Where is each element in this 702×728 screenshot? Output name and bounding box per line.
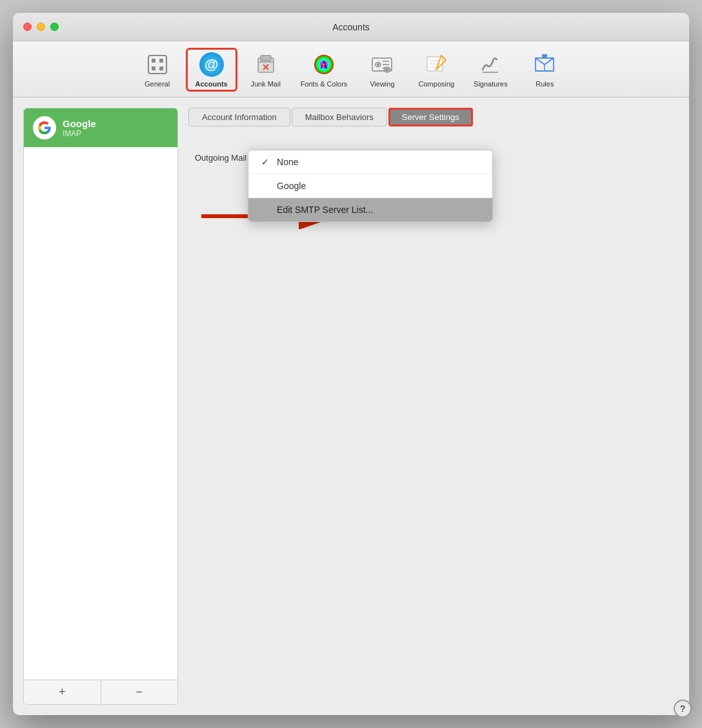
account-type: IMAP: [63, 129, 96, 138]
account-name: Google: [63, 118, 96, 129]
window-title: Accounts: [332, 22, 370, 32]
signatures-label: Signatures: [474, 80, 508, 88]
svg-text:A: A: [320, 59, 328, 70]
tab-server-settings[interactable]: Server Settings: [388, 108, 473, 126]
main-window: Accounts General @ Accounts: [13, 13, 689, 715]
close-button[interactable]: [23, 23, 32, 31]
svg-rect-4: [159, 66, 163, 70]
dropdown-item-none[interactable]: ✓ None: [248, 150, 492, 174]
toolbar-item-composing[interactable]: Composing: [410, 48, 462, 92]
general-icon: [145, 52, 170, 77]
dropdown-option-google: Google: [277, 181, 306, 191]
fontscolors-icon: A: [311, 52, 337, 77]
accounts-sidebar: Google IMAP + −: [23, 108, 178, 705]
add-account-button[interactable]: +: [24, 680, 101, 704]
outgoing-mail-dropdown: None ▼ ✓ None Google: [286, 150, 364, 166]
toolbar-item-junkmail[interactable]: Junk Mail: [240, 48, 292, 92]
toolbar-item-fontscolors[interactable]: A Fonts & Colors: [294, 48, 354, 92]
maximize-button[interactable]: [50, 23, 59, 31]
svg-rect-3: [159, 59, 163, 63]
junkmail-icon: [253, 52, 279, 77]
toolbar-item-rules[interactable]: Rules: [519, 48, 570, 92]
toolbar-item-viewing[interactable]: Viewing: [356, 48, 408, 92]
svg-rect-0: [148, 56, 166, 74]
svg-rect-2: [152, 66, 155, 70]
checkmark-icon: ✓: [261, 157, 272, 167]
toolbar-item-general[interactable]: General: [132, 48, 183, 92]
fontscolors-label: Fonts & Colors: [301, 80, 348, 88]
dropdown-item-google[interactable]: Google: [248, 174, 492, 198]
accounts-icon: @: [199, 52, 225, 77]
dropdown-option-none: None: [277, 157, 298, 167]
dropdown-option-edit-smtp: Edit SMTP Server List...: [277, 205, 373, 215]
toolbar-item-signatures[interactable]: Signatures: [465, 48, 516, 92]
composing-label: Composing: [419, 80, 455, 88]
remove-account-button[interactable]: −: [101, 680, 178, 704]
rules-icon: [532, 52, 557, 77]
accounts-label: Accounts: [196, 80, 228, 88]
svg-point-19: [386, 68, 388, 71]
outgoing-mail-row: Outgoing Mail Account None ▼ ✓ None: [195, 150, 672, 166]
tab-account-information[interactable]: Account Information: [188, 108, 290, 126]
viewing-icon: [369, 52, 395, 77]
at-icon: @: [199, 52, 224, 77]
viewing-label: Viewing: [370, 80, 394, 88]
minimize-button[interactable]: [37, 23, 45, 31]
junkmail-label: Junk Mail: [250, 80, 280, 88]
svg-point-14: [377, 63, 379, 66]
right-panel: Account Information Mailbox Behaviors Se…: [188, 108, 679, 705]
google-account-item[interactable]: Google IMAP: [24, 108, 177, 147]
sidebar-footer: + −: [24, 680, 177, 704]
toolbar-item-accounts[interactable]: @ Accounts: [186, 48, 237, 92]
composing-icon: [423, 52, 449, 77]
dropdown-menu: ✓ None Google Edit SMTP Server List...: [248, 150, 493, 222]
svg-rect-1: [152, 59, 155, 63]
title-bar: Accounts: [13, 13, 689, 41]
content-area: Outgoing Mail Account None ▼ ✓ None: [188, 137, 679, 705]
dropdown-item-edit-smtp[interactable]: Edit SMTP Server List...: [248, 198, 492, 221]
google-g-logo: [33, 116, 56, 139]
main-content: Google IMAP + − Account Information Mail…: [13, 97, 689, 715]
account-info: Google IMAP: [63, 118, 96, 138]
svg-rect-6: [261, 56, 271, 61]
traffic-lights: [23, 23, 59, 31]
rules-label: Rules: [536, 80, 554, 88]
signatures-icon: [477, 52, 503, 77]
help-button[interactable]: ?: [674, 700, 689, 715]
tab-mailbox-behaviors[interactable]: Mailbox Behaviors: [292, 108, 387, 126]
general-label: General: [145, 80, 170, 88]
sidebar-body: [24, 147, 177, 680]
tabs-bar: Account Information Mailbox Behaviors Se…: [188, 108, 679, 126]
toolbar: General @ Accounts Junk Mail: [13, 41, 689, 97]
